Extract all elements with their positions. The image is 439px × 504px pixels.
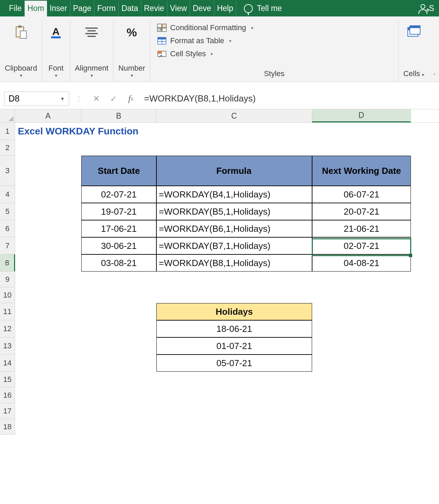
data-cell[interactable]: 20-07-21 — [312, 203, 411, 220]
empty-cell[interactable] — [15, 203, 81, 220]
empty-cell[interactable] — [15, 237, 81, 254]
row-header[interactable]: 18 — [0, 419, 15, 435]
empty-cell[interactable] — [312, 303, 411, 320]
cells-icon[interactable] — [405, 23, 423, 41]
tab-view[interactable]: View — [167, 1, 190, 16]
format-as-table-button[interactable]: Format as Table▾ — [156, 34, 393, 47]
empty-cell[interactable] — [15, 220, 81, 237]
header-start-date[interactable]: Start Date — [81, 156, 156, 186]
holiday-cell[interactable]: 01-07-21 — [156, 337, 312, 355]
number-label[interactable]: Number — [118, 64, 145, 80]
row-header[interactable]: 9 — [0, 272, 15, 287]
tab-help[interactable]: Help — [214, 1, 236, 16]
insert-function-button[interactable]: fx — [123, 92, 138, 106]
tab-insert[interactable]: Inser — [47, 1, 70, 16]
holiday-cell[interactable]: 18-06-21 — [156, 320, 312, 337]
empty-cell[interactable] — [312, 355, 411, 372]
empty-cell[interactable] — [15, 403, 410, 419]
name-box[interactable]: D8 ▼ — [4, 92, 69, 106]
empty-cell[interactable] — [15, 287, 410, 303]
formula-bar-expand[interactable]: ⋮ — [72, 92, 86, 106]
cell-styles-button[interactable]: Cell Styles▾ — [156, 47, 393, 60]
column-header-B[interactable]: B — [81, 109, 156, 122]
row-header[interactable]: 12 — [0, 320, 15, 337]
empty-cell[interactable] — [15, 186, 81, 203]
tab-review[interactable]: Revie — [141, 1, 167, 16]
font-icon[interactable]: A — [47, 23, 65, 41]
data-cell[interactable]: 03-08-21 — [81, 254, 156, 272]
row-header[interactable]: 4 — [0, 186, 15, 203]
row-header[interactable]: 7 — [0, 237, 15, 254]
empty-cell[interactable] — [15, 372, 410, 387]
conditional-formatting-label: Conditional Formatting — [170, 23, 246, 32]
tab-developer[interactable]: Deve — [190, 1, 214, 16]
row-header[interactable]: 16 — [0, 387, 15, 403]
row-header[interactable]: 15 — [0, 372, 15, 387]
column-header-D[interactable]: D — [312, 109, 411, 122]
title-cell[interactable]: Excel WORKDAY Function — [15, 123, 410, 140]
tab-file[interactable]: File — [6, 1, 25, 16]
enter-formula-button[interactable]: ✓ — [106, 92, 121, 106]
data-cell[interactable]: 30-06-21 — [81, 237, 156, 254]
formula-input[interactable] — [141, 92, 435, 106]
data-cell[interactable]: =WORKDAY(B7,1,Holidays) — [156, 237, 312, 254]
empty-cell[interactable] — [15, 355, 156, 372]
row-header[interactable]: 10 — [0, 287, 15, 303]
data-cell[interactable]: 02-07-21 — [312, 237, 411, 254]
row-header[interactable]: 3 — [0, 156, 15, 186]
data-cell[interactable]: =WORKDAY(B6,1,Holidays) — [156, 220, 312, 237]
empty-cell[interactable] — [15, 303, 156, 320]
select-all-corner[interactable] — [0, 109, 15, 122]
data-cell[interactable]: 02-07-21 — [81, 186, 156, 203]
row-header[interactable]: 2 — [0, 140, 15, 156]
data-cell[interactable]: 17-06-21 — [81, 220, 156, 237]
column-header-C[interactable]: C — [156, 109, 312, 122]
cancel-formula-button[interactable]: ✕ — [89, 92, 104, 106]
data-cell[interactable]: 21-06-21 — [312, 220, 411, 237]
active-cell[interactable]: 04-08-21 — [312, 254, 411, 272]
data-cell[interactable]: 06-07-21 — [312, 186, 411, 203]
data-cell[interactable]: 19-07-21 — [81, 203, 156, 220]
clipboard-label[interactable]: Clipboard — [5, 64, 37, 80]
empty-cell[interactable] — [312, 320, 411, 337]
share-button[interactable]: + S — [416, 1, 439, 16]
tab-data[interactable]: Data — [119, 1, 141, 16]
empty-cell[interactable] — [15, 419, 410, 435]
data-cell[interactable]: =WORKDAY(B8,1,Holidays) — [156, 254, 312, 272]
empty-cell[interactable] — [15, 254, 81, 272]
empty-cell[interactable] — [15, 320, 156, 337]
tab-page-layout[interactable]: Page — [70, 1, 95, 16]
tab-home[interactable]: Hom — [25, 1, 47, 16]
row-header[interactable]: 6 — [0, 220, 15, 237]
percent-icon[interactable]: % — [123, 23, 141, 41]
row-header[interactable]: 13 — [0, 337, 15, 355]
header-next-working-date[interactable]: Next Working Date — [312, 156, 411, 186]
cells-label[interactable]: Cells ▸ — [403, 69, 425, 80]
empty-cell[interactable] — [312, 337, 411, 355]
collapse-ribbon-button[interactable]: ⌃ — [429, 20, 439, 82]
row-header[interactable]: 11 — [0, 303, 15, 320]
row-header[interactable]: 1 — [0, 123, 15, 140]
holiday-cell[interactable]: 05-07-21 — [156, 355, 312, 372]
paste-icon[interactable] — [12, 23, 30, 41]
alignment-icon[interactable] — [83, 23, 100, 41]
holidays-header[interactable]: Holidays — [156, 303, 312, 320]
row-header[interactable]: 5 — [0, 203, 15, 220]
empty-cell[interactable] — [15, 140, 410, 156]
data-cell[interactable]: =WORKDAY(B5,1,Holidays) — [156, 203, 312, 220]
empty-cell[interactable] — [15, 337, 156, 355]
tab-formulas[interactable]: Form — [94, 1, 119, 16]
column-header-A[interactable]: A — [15, 109, 81, 122]
empty-cell[interactable] — [15, 272, 410, 287]
empty-cell[interactable] — [15, 156, 81, 186]
row-header[interactable]: 8 — [0, 254, 15, 272]
empty-cell[interactable] — [15, 387, 410, 403]
conditional-formatting-button[interactable]: ≠ Conditional Formatting▾ — [156, 21, 393, 34]
font-label[interactable]: Font — [48, 64, 63, 80]
header-formula[interactable]: Formula — [156, 156, 312, 186]
tell-me-search[interactable]: Tell me — [236, 1, 289, 16]
row-header[interactable]: 17 — [0, 403, 15, 419]
row-header[interactable]: 14 — [0, 355, 15, 372]
alignment-label[interactable]: Alignment — [75, 64, 108, 80]
data-cell[interactable]: =WORKDAY(B4,1,Holidays) — [156, 186, 312, 203]
